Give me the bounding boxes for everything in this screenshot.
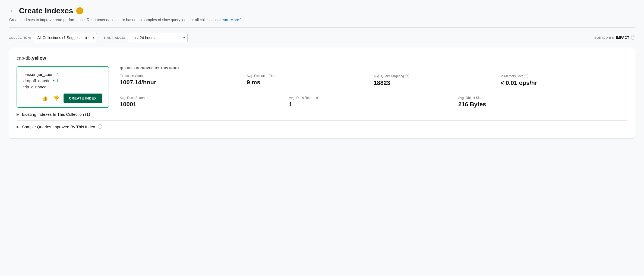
stat-avg-docs-returned: Avg. Docs Returned 1 — [289, 96, 458, 108]
collection-db-name: yellow — [32, 56, 46, 61]
filters-row: COLLECTION: All Collections (1 Suggestio… — [9, 33, 635, 42]
time-range-filter-label: TIME RANGE: — [103, 36, 125, 39]
stat-avg-execution-time: Avg. Execution Time 9 ms — [247, 74, 374, 86]
header-divider — [9, 27, 635, 28]
learn-more-link[interactable]: Learn More↗ — [220, 18, 242, 22]
in-memory-sort-info-icon[interactable]: i — [524, 74, 528, 78]
existing-indexes-chevron-icon: ▶ — [17, 112, 19, 116]
existing-indexes-collapsible[interactable]: ▶ Existing Indexes In This Collection (1… — [17, 108, 627, 120]
stat-avg-query-targeting-value: 18823 — [374, 79, 501, 86]
stat-avg-docs-returned-label: Avg. Docs Returned — [289, 96, 458, 100]
field-value-1: 1 — [57, 72, 59, 77]
field-name-3: trip_distance: — [23, 85, 49, 89]
field-value-2: 1 — [56, 78, 58, 83]
field-value-3: 1 — [49, 85, 51, 89]
field-name-1: passenger_count: — [23, 72, 57, 77]
sample-queries-label: Sample Queries Improved By This Index — [22, 124, 95, 129]
sample-queries-chevron-icon: ▶ — [17, 125, 19, 129]
sorted-by-value: IMPACT — [616, 36, 629, 40]
stat-avg-docs-scanned-label: Avg. Docs Scanned — [120, 96, 289, 100]
collection-name: cab-db.yellow — [17, 56, 627, 61]
stat-avg-query-targeting: Avg. Query Targeting i 18823 — [374, 74, 501, 86]
thumbs-down-button[interactable]: 👎 — [52, 94, 60, 102]
page-header: ← Create Indexes 1 Create indexes to imp… — [9, 7, 635, 22]
stat-in-memory-sort: In Memory Sort i < 0.01 ops/hr — [501, 74, 628, 86]
index-field-1: passenger_count: 1 — [23, 72, 102, 77]
sample-queries-info-icon[interactable]: i — [98, 124, 102, 129]
index-card: cab-db.yellow passenger_count: 1 dropoff… — [9, 48, 635, 139]
stat-avg-docs-scanned-value: 10001 — [120, 101, 289, 108]
suggestion-count-badge: 1 — [76, 7, 83, 14]
queries-section-title: QUERIES IMPROVED BY THIS INDEX — [120, 66, 627, 70]
stat-avg-execution-time-label: Avg. Execution Time — [247, 74, 374, 78]
stat-avg-execution-time-value: 9 ms — [247, 79, 374, 86]
stat-avg-query-targeting-label: Avg. Query Targeting i — [374, 74, 501, 78]
index-body: passenger_count: 1 dropoff_datetime: 1 t… — [17, 66, 627, 108]
stat-avg-object-size: Avg. Object Size 216 Bytes — [458, 96, 627, 108]
collection-prefix: cab-db. — [17, 56, 32, 61]
query-targeting-info-icon[interactable]: i — [405, 74, 409, 78]
external-link-icon: ↗ — [239, 17, 242, 20]
stat-execution-count: Execution Count 1007.14/hour — [120, 74, 247, 86]
header-row: ← Create Indexes 1 — [9, 7, 635, 15]
stat-avg-object-size-label: Avg. Object Size — [458, 96, 627, 100]
index-code-panel: passenger_count: 1 dropoff_datetime: 1 t… — [17, 66, 109, 108]
stat-in-memory-sort-label: In Memory Sort i — [501, 74, 628, 78]
stat-avg-docs-scanned: Avg. Docs Scanned 10001 — [120, 96, 289, 108]
collection-select[interactable]: All Collections (1 Suggestion) — [34, 33, 97, 42]
index-field-3: trip_distance: 1 — [23, 85, 102, 89]
stats-grid-row1: Execution Count 1007.14/hour Avg. Execut… — [120, 74, 627, 86]
collection-filter-group: COLLECTION: All Collections (1 Suggestio… — [9, 33, 97, 42]
stats-divider — [120, 92, 627, 92]
stats-grid-row2: Avg. Docs Scanned 10001 Avg. Docs Return… — [120, 96, 627, 108]
stat-in-memory-sort-value: < 0.01 ops/hr — [501, 79, 628, 86]
back-button[interactable]: ← — [9, 7, 16, 15]
collection-select-wrapper[interactable]: All Collections (1 Suggestion) ▾ — [34, 33, 97, 42]
index-stats-panel: QUERIES IMPROVED BY THIS INDEX Execution… — [120, 66, 627, 108]
time-range-select-wrapper[interactable]: Last 24 hoursLast 7 daysLast 30 days ▾ — [128, 33, 188, 42]
stat-execution-count-label: Execution Count — [120, 74, 247, 78]
stat-execution-count-value: 1007.14/hour — [120, 79, 247, 86]
index-field-2: dropoff_datetime: 1 — [23, 78, 102, 83]
sorted-by-info-icon[interactable]: i — [631, 36, 635, 40]
existing-indexes-label: Existing Indexes In This Collection (1) — [22, 112, 90, 117]
sample-queries-collapsible[interactable]: ▶ Sample Queries Improved By This Index … — [17, 120, 627, 133]
collection-filter-label: COLLECTION: — [9, 36, 31, 39]
page-title: Create Indexes — [19, 7, 73, 15]
thumbs-up-button[interactable]: 👍 — [41, 94, 49, 102]
sorted-by-group: SORTED BY: IMPACT i — [594, 36, 635, 40]
create-index-button[interactable]: CREATE INDEX — [64, 94, 102, 103]
time-range-select[interactable]: Last 24 hoursLast 7 daysLast 30 days — [128, 33, 188, 42]
sorted-by-label: SORTED BY: — [594, 36, 614, 39]
time-range-filter-group: TIME RANGE: Last 24 hoursLast 7 daysLast… — [103, 33, 188, 42]
index-actions: 👍 👎 CREATE INDEX — [23, 94, 102, 103]
stat-avg-object-size-value: 216 Bytes — [458, 101, 627, 108]
stat-avg-docs-returned-value: 1 — [289, 101, 458, 108]
field-name-2: dropoff_datetime: — [23, 78, 56, 83]
page-subtitle: Create indexes to improve read performan… — [9, 17, 635, 22]
